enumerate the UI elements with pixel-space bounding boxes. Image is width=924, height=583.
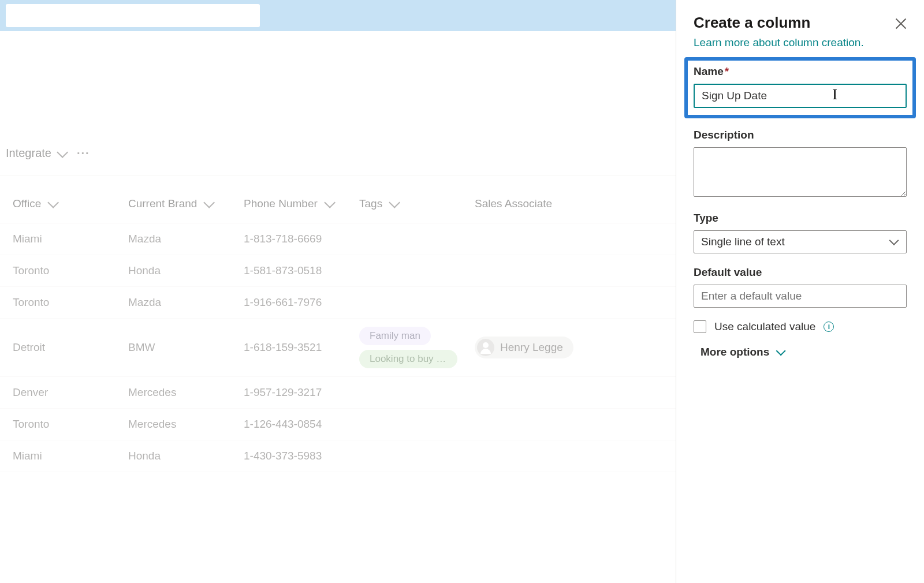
cell-brand: Mercedes (128, 386, 244, 399)
cell-phone: 1-581-873-0518 (244, 264, 359, 277)
column-header-phone[interactable]: Phone Number (244, 197, 359, 210)
search-input[interactable] (6, 4, 260, 27)
column-header-tags[interactable]: Tags (359, 197, 475, 210)
cell-office: Toronto (13, 418, 128, 431)
cell-sales: Henry Legge (475, 337, 590, 359)
use-calculated-checkbox[interactable] (694, 320, 706, 333)
description-label: Description (694, 129, 907, 141)
use-calculated-label: Use calculated value (714, 320, 815, 333)
type-label: Type (694, 212, 907, 225)
cell-phone: 1-957-129-3217 (244, 386, 359, 399)
cell-phone: 1-618-159-3521 (244, 341, 359, 354)
chevron-down-icon (57, 146, 68, 158)
cell-office: Denver (13, 386, 128, 399)
chevron-down-icon (776, 346, 786, 356)
default-value-label: Default value (694, 266, 907, 279)
cell-office: Toronto (13, 264, 128, 277)
chevron-down-icon (204, 197, 215, 208)
panel-title: Create a column (694, 14, 810, 32)
close-icon[interactable] (895, 18, 907, 29)
cell-phone: 1-430-373-5983 (244, 450, 359, 462)
column-name-input[interactable] (694, 84, 907, 108)
cell-phone: 1-813-718-6669 (244, 233, 359, 245)
tag-pill[interactable]: Family man (359, 327, 431, 345)
cell-brand: Honda (128, 450, 244, 462)
cell-office: Detroit (13, 341, 128, 354)
chevron-down-icon (389, 197, 400, 208)
cell-tags: Family man Looking to buy s... (359, 327, 475, 368)
more-actions-button[interactable]: ··· (77, 147, 90, 160)
column-header-sales[interactable]: Sales Associate (475, 197, 590, 210)
cell-brand: Mercedes (128, 418, 244, 431)
integrate-menu[interactable]: Integrate (6, 147, 65, 160)
cell-office: Toronto (13, 296, 128, 309)
person-name: Henry Legge (500, 341, 563, 354)
tag-pill[interactable]: Looking to buy s... (359, 350, 457, 368)
cell-brand: Honda (128, 264, 244, 277)
column-header-office[interactable]: Office (13, 197, 128, 210)
cell-brand: Mazda (128, 296, 244, 309)
column-header-brand[interactable]: Current Brand (128, 197, 244, 210)
name-field-highlight: Name* I (684, 57, 916, 118)
cell-phone: 1-126-443-0854 (244, 418, 359, 431)
name-label: Name* (694, 65, 907, 78)
info-icon[interactable]: i (824, 322, 834, 332)
create-column-panel: Create a column Learn more about column … (676, 0, 924, 472)
avatar-icon (477, 339, 494, 356)
default-value-input[interactable] (694, 285, 907, 308)
cell-office: Miami (13, 450, 128, 462)
cell-brand: Mazda (128, 233, 244, 245)
cell-office: Miami (13, 233, 128, 245)
integrate-label: Integrate (6, 147, 51, 160)
cell-phone: 1-916-661-7976 (244, 296, 359, 309)
more-options-toggle[interactable]: More options (701, 346, 783, 358)
cell-brand: BMW (128, 341, 244, 354)
description-input[interactable] (694, 147, 907, 197)
type-select[interactable]: Single line of text (694, 230, 907, 253)
person-chip[interactable]: Henry Legge (475, 337, 573, 358)
learn-more-link[interactable]: Learn more about column creation. (694, 36, 864, 49)
chevron-down-icon (48, 197, 59, 208)
chevron-down-icon (324, 197, 336, 208)
